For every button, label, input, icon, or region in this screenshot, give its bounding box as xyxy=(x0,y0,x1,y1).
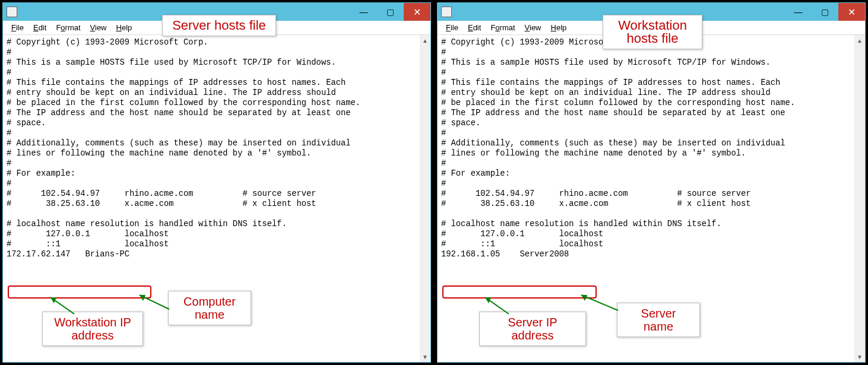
menu-file[interactable]: File xyxy=(7,22,28,33)
close-button[interactable]: ✕ xyxy=(838,3,865,21)
annotation-server-ip: Server IP address xyxy=(479,312,586,346)
annotation-server-name: Server name xyxy=(617,303,700,337)
highlight-hosts-entry xyxy=(442,285,597,299)
highlight-hosts-entry xyxy=(8,285,151,299)
menu-view[interactable]: View xyxy=(520,22,546,33)
scroll-down-icon[interactable]: ▼ xyxy=(420,351,430,362)
annotation-heading: Server hosts file xyxy=(162,15,276,36)
scroll-down-icon[interactable]: ▼ xyxy=(854,351,865,362)
scroll-up-icon[interactable]: ▲ xyxy=(420,35,430,46)
menu-file[interactable]: File xyxy=(441,22,463,33)
vertical-scrollbar[interactable]: ▲ ▼ xyxy=(420,35,430,362)
annotation-workstation-ip: Workstation IP address xyxy=(42,312,143,346)
menu-edit[interactable]: Edit xyxy=(28,22,51,33)
maximize-button[interactable]: ▢ xyxy=(377,3,404,21)
notepad-window-workstation: — ▢ ✕ File Edit Format View Help # Copyr… xyxy=(437,2,866,363)
scroll-up-icon[interactable]: ▲ xyxy=(854,35,865,46)
close-button[interactable]: ✕ xyxy=(404,3,430,21)
annotation-heading: Workstation hosts file xyxy=(603,15,702,49)
annotation-computer-name: Computer name xyxy=(168,291,251,325)
menu-edit[interactable]: Edit xyxy=(463,22,486,33)
minimize-button[interactable]: — xyxy=(785,3,812,21)
menu-view[interactable]: View xyxy=(85,22,112,33)
minimize-button[interactable]: — xyxy=(350,3,377,21)
maximize-button[interactable]: ▢ xyxy=(812,3,838,21)
vertical-scrollbar[interactable]: ▲ ▼ xyxy=(854,35,865,362)
menu-format[interactable]: Format xyxy=(486,22,519,33)
notepad-window-server: — ▢ ✕ File Edit Format View Help # Copyr… xyxy=(2,2,431,363)
notepad-icon xyxy=(441,7,452,17)
menu-help[interactable]: Help xyxy=(112,22,137,33)
menu-help[interactable]: Help xyxy=(546,22,572,33)
menu-format[interactable]: Format xyxy=(51,22,85,33)
notepad-icon xyxy=(7,7,17,17)
